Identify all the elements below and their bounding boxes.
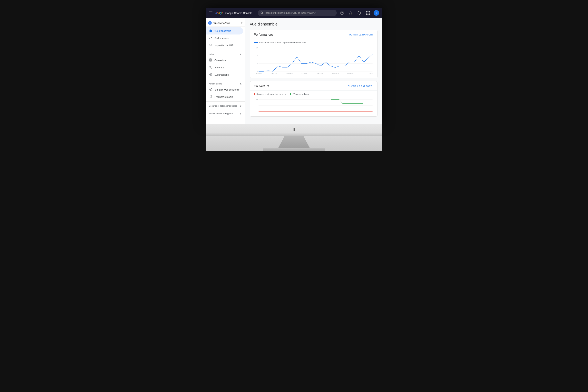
couverture-valid-line: [331, 100, 363, 104]
sidebar-item-web-vitals[interactable]: Signaux Web essentiels: [206, 86, 243, 93]
svg-rect-1: [209, 13, 212, 13]
site-dropdown-arrow[interactable]: ▾: [241, 21, 242, 24]
sidebar: C https://www.//wwe ▾ Vue d'ensemble: [206, 18, 245, 124]
performances-report-link[interactable]: OUVRIR LE RAPPORT: [349, 34, 374, 36]
couverture-card-header: Couverture OUVRIR LE RAPPORT ›: [250, 81, 377, 90]
performances-card: Performances OUVRIR LE RAPPORT Total de …: [250, 30, 378, 78]
sidebar-section-index[interactable]: Index ∧: [206, 51, 245, 57]
couverture-card-body: 0 pages contenant des erreurs 27 pages v…: [250, 90, 377, 116]
sidebar-item-performances[interactable]: Performances: [206, 34, 243, 42]
couverture-report-link[interactable]: OUVRIR LE RAPPORT ›: [348, 85, 374, 88]
expand-security-icon: ∨: [240, 104, 242, 108]
sidebar-section-security[interactable]: Sécurité et actions manuelles ∨: [206, 102, 245, 108]
svg-text:12: 12: [256, 47, 258, 49]
sidebar-section-security-label: Sécurité et actions manuelles: [209, 105, 237, 107]
sidebar-section-ameliorations[interactable]: Améliorations ∧: [206, 80, 245, 86]
valid-dot-icon: [290, 93, 291, 95]
sidebar-item-url-inspection[interactable]: Inspection de l'URL: [206, 42, 243, 49]
app-name-label: Google Search Console: [225, 12, 252, 14]
sidebar-item-coverage-label: Couverture: [214, 59, 226, 62]
sidebar-item-coverage[interactable]: Couverture: [206, 57, 243, 64]
expand-legacy-icon: ∨: [240, 112, 242, 115]
search-bar[interactable]: [258, 10, 337, 16]
couverture-legend-valid: 27 pages valides: [290, 93, 309, 95]
sidebar-item-url-inspection-label: Inspection de l'URL: [214, 44, 235, 47]
sidebar-divider-1: [206, 50, 245, 50]
performances-card-body: Total de 96 clics sur les pages de reche…: [250, 39, 377, 78]
performances-card-title: Performances: [254, 33, 274, 36]
sidebar-section-legacy[interactable]: Anciens outils et rapports ∨: [206, 110, 245, 116]
performances-card-header: Performances OUVRIR LE RAPPORT: [250, 30, 377, 39]
home-icon: [209, 29, 212, 33]
sidebar-section-legacy-label: Anciens outils et rapports: [209, 112, 233, 115]
svg-text:12/02/2021: 12/02/2021: [270, 72, 277, 74]
topbar-actions: ? +: [339, 10, 379, 16]
svg-rect-0: [209, 12, 212, 12]
search-icon: [260, 11, 263, 15]
sidebar-divider-2: [206, 79, 245, 80]
trending-icon: [209, 36, 212, 40]
error-dot-icon: [254, 93, 256, 95]
content-area: Vue d'ensemble Performances OUVRIR LE RA…: [245, 18, 382, 124]
site-favicon: C: [208, 21, 212, 25]
apple-logo-icon: : [293, 126, 295, 132]
notification-button[interactable]: [356, 10, 362, 16]
sidebar-item-mobile-label: Ergonomie mobile: [214, 96, 234, 98]
svg-point-7: [350, 12, 352, 13]
svg-text:0: 0: [257, 70, 258, 72]
monitor-wrapper: Google Google Search Console ?: [206, 8, 382, 151]
couverture-legend-errors: 0 pages contenant des erreurs: [254, 93, 286, 95]
monitor-neck: [278, 136, 310, 148]
topbar-logo: Google Google Search Console: [215, 11, 252, 14]
svg-line-17: [210, 66, 210, 67]
svg-text:8: 8: [257, 54, 258, 57]
svg-text:?: ?: [342, 12, 343, 14]
page-title: Vue d'ensemble: [250, 22, 378, 26]
svg-text:08/02/2021: 08/02/2021: [255, 72, 262, 74]
svg-text:+: +: [351, 13, 352, 15]
account-button[interactable]: +: [348, 10, 354, 16]
svg-rect-16: [211, 68, 212, 68]
search-input[interactable]: [265, 12, 334, 14]
sidebar-item-sitemaps[interactable]: Sitemaps: [206, 64, 243, 71]
main-layout: C https://www.//wwe ▾ Vue d'ensemble: [206, 18, 382, 124]
performances-chart-svg: 12 8 4 0: [254, 45, 374, 75]
web-vitals-icon: [209, 88, 212, 92]
user-avatar[interactable]: a: [374, 10, 379, 16]
svg-rect-13: [209, 67, 210, 67]
svg-text:16/02/2021: 16/02/2021: [286, 72, 293, 74]
svg-line-19: [211, 68, 211, 68]
sidebar-item-suppressions[interactable]: Suppressions: [206, 71, 243, 78]
apps-button[interactable]: [365, 10, 371, 16]
monitor-chin: [206, 133, 382, 136]
couverture-card: Couverture OUVRIR LE RAPPORT › 0 pages c…: [250, 81, 378, 116]
performances-legend-line: [254, 42, 258, 43]
sidebar-section-ameliorations-label: Améliorations: [209, 82, 222, 85]
svg-text:24/02/2021: 24/02/2021: [317, 72, 324, 74]
sidebar-item-overview-label: Vue d'ensemble: [214, 30, 231, 32]
performances-chart-line: [258, 54, 372, 71]
screen: Google Google Search Console ?: [206, 8, 382, 124]
sidebar-item-sitemaps-label: Sitemaps: [214, 66, 224, 69]
expand-index-icon: ∧: [240, 53, 242, 56]
couverture-chart-svg: 30: [254, 98, 374, 113]
sidebar-item-mobile[interactable]: Ergonomie mobile: [206, 93, 243, 100]
hamburger-menu-button[interactable]: [209, 12, 212, 14]
site-selector[interactable]: C https://www.//wwe ▾: [206, 20, 245, 26]
svg-point-22: [210, 88, 212, 90]
expand-ameliorations-icon: ∧: [240, 82, 242, 85]
svg-text:28/02/2021: 28/02/2021: [332, 72, 339, 74]
performances-legend-label: Total de 96 clics sur les pages de reche…: [259, 41, 306, 44]
svg-rect-15: [210, 67, 211, 68]
svg-line-4: [262, 13, 263, 14]
help-button[interactable]: ?: [339, 10, 345, 16]
svg-text:20/02/2021: 20/02/2021: [301, 72, 308, 74]
couverture-chart: 30: [254, 98, 374, 113]
svg-line-18: [210, 67, 210, 68]
svg-rect-2: [209, 14, 212, 14]
svg-text:30: 30: [256, 98, 258, 100]
mobile-icon: [209, 95, 212, 99]
sidebar-item-overview[interactable]: Vue d'ensemble: [206, 27, 243, 34]
apps-grid-icon: [366, 11, 370, 15]
svg-line-11: [211, 46, 212, 46]
